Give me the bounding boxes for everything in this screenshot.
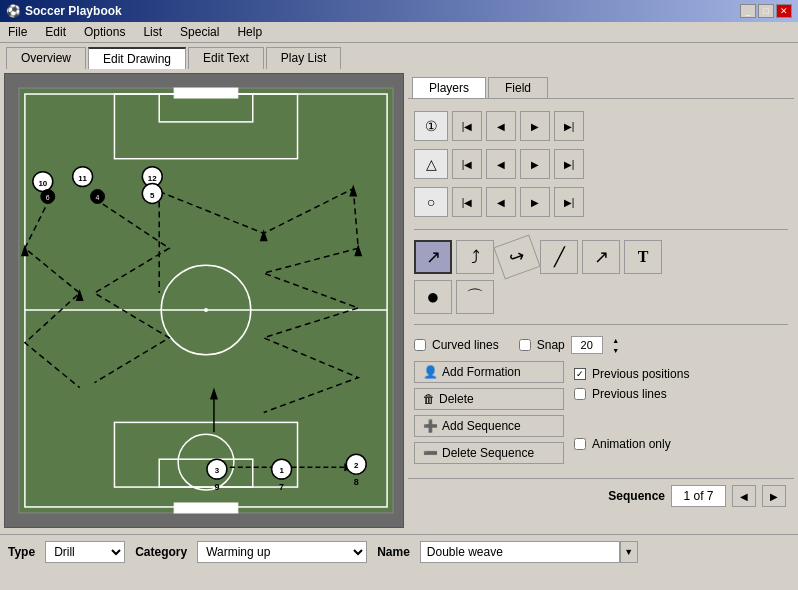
curved-lines-label: Curved lines	[432, 338, 499, 352]
nav-first-2[interactable]: |◀	[452, 149, 482, 179]
prev-lines-label: Previous lines	[592, 387, 667, 401]
snap-label: Snap	[537, 338, 565, 352]
category-select[interactable]: Warming up Tactics Training	[197, 541, 367, 563]
tool-ellipse[interactable]: ●	[414, 280, 452, 314]
nav-last-2[interactable]: ▶|	[554, 149, 584, 179]
add-sequence-button[interactable]: ➕ Add Sequence	[414, 415, 564, 437]
sequence-bar: Sequence ◀ ▶	[408, 478, 794, 513]
snap-value-input[interactable]	[571, 336, 603, 354]
tool-text[interactable]: T	[624, 240, 662, 274]
menu-special[interactable]: Special	[176, 24, 223, 40]
seq-prev-button[interactable]: ◀	[732, 485, 756, 507]
svg-text:9: 9	[214, 482, 219, 492]
curved-lines-checkbox[interactable]	[414, 339, 426, 351]
delete-sequence-label: Delete Sequence	[442, 446, 534, 460]
tool-row-shapes: ● ⌒	[414, 280, 788, 314]
sequence-value-input[interactable]	[671, 485, 726, 507]
tab-play-list[interactable]: Play List	[266, 47, 341, 69]
tab-edit-text[interactable]: Edit Text	[188, 47, 264, 69]
name-input[interactable]: Double weave	[420, 541, 620, 563]
svg-rect-10	[174, 503, 238, 513]
prev-positions-row: ✓ Previous positions	[574, 367, 689, 381]
snap-down-button[interactable]: ▼	[609, 345, 623, 355]
field-area[interactable]: 10 11 12 6 4 5 3 9 1 7	[4, 73, 404, 528]
snap-up-button[interactable]: ▲	[609, 335, 623, 345]
svg-text:2: 2	[354, 461, 359, 470]
prev-lines-checkbox[interactable]	[574, 388, 586, 400]
actions-checks: 👤 Add Formation 🗑 Delete ➕ Add Sequence …	[414, 361, 788, 466]
tab-edit-drawing[interactable]: Edit Drawing	[88, 47, 186, 69]
app-title: Soccer Playbook	[25, 4, 122, 18]
minimize-button[interactable]: _	[740, 4, 756, 18]
window-controls: _ □ ✕	[740, 4, 792, 18]
field-svg: 10 11 12 6 4 5 3 9 1 7	[5, 74, 403, 527]
actions-column: 👤 Add Formation 🗑 Delete ➕ Add Sequence …	[414, 361, 564, 466]
svg-text:8: 8	[354, 477, 359, 487]
tool-arrow-arc[interactable]: ↩	[493, 235, 540, 280]
nav-prev-2[interactable]: ◀	[486, 149, 516, 179]
close-button[interactable]: ✕	[776, 4, 792, 18]
snap-checkbox[interactable]	[519, 339, 531, 351]
curved-lines-checkbox-row: Curved lines	[414, 338, 499, 352]
tool-arrow-curved[interactable]: ⤴	[456, 240, 494, 274]
svg-text:10: 10	[38, 179, 47, 188]
add-formation-button[interactable]: 👤 Add Formation	[414, 361, 564, 383]
panel-tabs: Players Field	[408, 73, 794, 99]
prev-positions-label: Previous positions	[592, 367, 689, 381]
snap-checkbox-row: Snap ▲ ▼	[519, 335, 621, 355]
delete-label: Delete	[439, 392, 474, 406]
prev-positions-check: ✓	[574, 368, 586, 380]
svg-text:7: 7	[279, 482, 284, 492]
tool-arrow-straight[interactable]: ↗	[414, 240, 452, 274]
nav-next-2[interactable]: ▶	[520, 149, 550, 179]
tab-field[interactable]: Field	[488, 77, 548, 98]
menu-file[interactable]: File	[4, 24, 31, 40]
nav-first-3[interactable]: |◀	[452, 187, 482, 217]
title-bar: ⚽ Soccer Playbook _ □ ✕	[0, 0, 798, 22]
menu-edit[interactable]: Edit	[41, 24, 70, 40]
name-dropdown-button[interactable]: ▼	[620, 541, 638, 563]
svg-text:6: 6	[46, 195, 50, 202]
nav-prev-3[interactable]: ◀	[486, 187, 516, 217]
player-icon-dot: ○	[414, 187, 448, 217]
svg-text:11: 11	[78, 174, 87, 183]
svg-text:3: 3	[215, 466, 220, 475]
nav-first-1[interactable]: |◀	[452, 111, 482, 141]
tool-arrow-double[interactable]: ↗	[582, 240, 620, 274]
player-row-3: ○ |◀ ◀ ▶ ▶|	[414, 187, 788, 217]
player-row-2: △ |◀ ◀ ▶ ▶|	[414, 149, 788, 179]
tool-line[interactable]: ╱	[540, 240, 578, 274]
add-formation-label: Add Formation	[442, 365, 521, 379]
tab-bar: Overview Edit Drawing Edit Text Play Lis…	[0, 43, 798, 69]
maximize-button[interactable]: □	[758, 4, 774, 18]
player-row-1: ① |◀ ◀ ▶ ▶|	[414, 111, 788, 141]
category-label: Category	[135, 545, 187, 559]
seq-next-button[interactable]: ▶	[762, 485, 786, 507]
nav-next-3[interactable]: ▶	[520, 187, 550, 217]
delete-sequence-button[interactable]: ➖ Delete Sequence	[414, 442, 564, 464]
controls-area: ① |◀ ◀ ▶ ▶| △ |◀ ◀ ▶ ▶| ○ |◀	[408, 105, 794, 472]
right-panel: Players Field ① |◀ ◀ ▶ ▶| △ |◀ ◀ ▶	[408, 73, 794, 530]
anim-only-label: Animation only	[592, 437, 671, 451]
separator-1	[414, 229, 788, 230]
player-icon-circle: ①	[414, 111, 448, 141]
menu-help[interactable]: Help	[233, 24, 266, 40]
menu-bar: File Edit Options List Special Help	[0, 22, 798, 43]
anim-only-row: Animation only	[574, 437, 689, 451]
type-label: Type	[8, 545, 35, 559]
nav-last-1[interactable]: ▶|	[554, 111, 584, 141]
menu-list[interactable]: List	[139, 24, 166, 40]
add-sequence-icon: ➕	[423, 419, 438, 433]
nav-last-3[interactable]: ▶|	[554, 187, 584, 217]
sequence-label: Sequence	[608, 489, 665, 503]
anim-only-checkbox[interactable]	[574, 438, 586, 450]
svg-text:5: 5	[150, 191, 155, 200]
delete-button[interactable]: 🗑 Delete	[414, 388, 564, 410]
nav-prev-1[interactable]: ◀	[486, 111, 516, 141]
tab-players[interactable]: Players	[412, 77, 486, 98]
type-select[interactable]: Drill Game	[45, 541, 125, 563]
tab-overview[interactable]: Overview	[6, 47, 86, 69]
menu-options[interactable]: Options	[80, 24, 129, 40]
nav-next-1[interactable]: ▶	[520, 111, 550, 141]
tool-arc-shape[interactable]: ⌒	[456, 280, 494, 314]
